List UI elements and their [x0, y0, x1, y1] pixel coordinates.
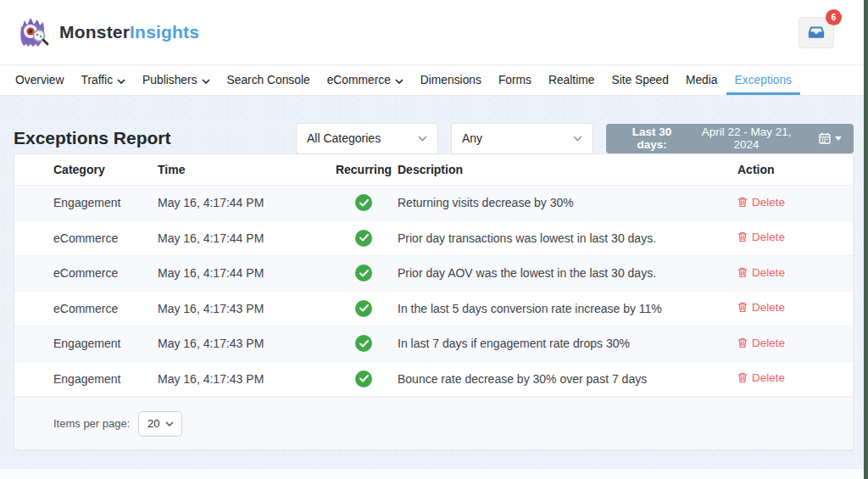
type-filter-select[interactable]: Any	[451, 123, 593, 154]
items-per-page-label: Items per page:	[53, 417, 130, 430]
delete-button-label: Delete	[752, 371, 785, 384]
nav-tab-label: Search Console	[227, 74, 310, 86]
chevron-down-icon	[395, 79, 403, 84]
cell-time: May 16, 4:17:44 PM	[158, 266, 330, 280]
table-row: Engagement May 16, 4:17:43 PM In last 7 …	[14, 326, 853, 362]
title-row: Exceptions Report All Categories Any Las…	[14, 96, 854, 153]
nav-tab-label: Realtime	[548, 74, 594, 86]
recurring-check-icon	[355, 335, 372, 352]
cell-recurring	[330, 300, 398, 317]
column-header-category: Category	[53, 163, 158, 176]
nav-tab-realtime[interactable]: Realtime	[540, 65, 603, 95]
cell-description: In last 7 days if engagement rate drops …	[398, 337, 737, 350]
notification-area: 6	[798, 17, 834, 48]
table-row: Engagement May 16, 4:17:44 PM Returning …	[14, 186, 853, 221]
delete-button-label: Delete	[752, 301, 785, 314]
nav-tab-traffic[interactable]: Traffic	[73, 65, 135, 95]
brand-name-monster: Monster	[59, 22, 130, 42]
bottom-strip	[0, 469, 864, 479]
delete-button[interactable]: Delete	[737, 337, 785, 349]
cell-recurring	[330, 194, 398, 211]
cell-action: Delete	[737, 301, 819, 315]
recurring-check-icon	[355, 230, 372, 247]
recurring-check-icon	[355, 370, 372, 387]
cell-recurring	[330, 335, 398, 352]
chevron-down-icon	[202, 79, 210, 84]
trash-icon	[737, 302, 748, 313]
recurring-check-icon	[355, 194, 372, 211]
trash-icon	[737, 372, 748, 383]
cell-time: May 16, 4:17:43 PM	[158, 302, 330, 315]
type-filter-value: Any	[462, 131, 482, 145]
nav-tab-ecommerce[interactable]: eCommerce	[319, 65, 412, 95]
nav-tab-site-speed[interactable]: Site Speed	[603, 65, 677, 95]
calendar-icon	[819, 132, 831, 144]
nav-tab-label: Traffic	[81, 74, 114, 86]
nav-tab-dimensions[interactable]: Dimensions	[412, 65, 490, 95]
delete-button[interactable]: Delete	[737, 196, 785, 209]
nav-tab-exceptions[interactable]: Exceptions	[726, 65, 801, 95]
nav-tab-forms[interactable]: Forms	[490, 65, 540, 95]
monsterinsights-logo: MonsterInsights	[15, 14, 199, 50]
delete-button[interactable]: Delete	[737, 266, 785, 279]
caret-down-icon	[835, 136, 842, 141]
chevron-down-icon	[418, 136, 427, 142]
cell-action: Delete	[737, 371, 819, 386]
table-header-row: Category Time Recurring Description Acti…	[14, 154, 853, 186]
cell-time: May 16, 4:17:44 PM	[158, 196, 330, 209]
cell-recurring	[330, 370, 398, 387]
delete-button-label: Delete	[752, 266, 785, 279]
table-row: eCommerce May 16, 4:17:44 PM Prior day A…	[14, 256, 853, 292]
date-range-button[interactable]: Last 30 days: April 22 - May 21, 2024	[606, 124, 854, 153]
screenshot-edge-strip	[864, 0, 868, 479]
column-header-time: Time	[158, 163, 330, 176]
cell-category: Engagement	[53, 196, 158, 209]
cell-time: May 16, 4:17:44 PM	[158, 231, 330, 245]
items-per-page-value: 20	[147, 417, 159, 430]
column-header-action: Action	[737, 163, 819, 176]
nav-tab-label: Site Speed	[611, 74, 669, 86]
nav-tab-media[interactable]: Media	[677, 65, 726, 95]
trash-icon	[737, 231, 748, 242]
delete-button-label: Delete	[752, 231, 785, 243]
delete-button[interactable]: Delete	[737, 231, 785, 243]
cell-description: Bounce rate decrease by 30% over past 7 …	[398, 372, 737, 386]
nav-tab-label: Publishers	[142, 74, 197, 86]
cell-recurring	[330, 265, 398, 281]
table-row: Engagement May 16, 4:17:43 PM Bounce rat…	[14, 362, 853, 398]
cell-description: Prior day AOV was the lowest in the last…	[398, 266, 737, 280]
nav-tab-search-console[interactable]: Search Console	[219, 65, 319, 95]
cell-time: May 16, 4:17:43 PM	[158, 372, 330, 386]
app-header: MonsterInsights 6	[0, 0, 868, 64]
nav-tab-label: Overview	[15, 74, 64, 86]
nav-tab-label: eCommerce	[327, 74, 391, 86]
cell-action: Delete	[737, 196, 819, 210]
trash-icon	[737, 267, 748, 278]
column-header-recurring: Recurring	[330, 163, 398, 176]
brand-name-insights: Insights	[130, 22, 199, 42]
date-range-icons	[819, 132, 842, 144]
chevron-down-icon	[165, 421, 174, 426]
table-row: eCommerce May 16, 4:17:44 PM Prior day t…	[14, 221, 853, 257]
nav-tab-label: Exceptions	[735, 74, 793, 86]
brand-name: MonsterInsights	[59, 22, 199, 42]
cell-action: Delete	[737, 266, 819, 281]
inbox-icon	[807, 23, 826, 42]
recurring-check-icon	[355, 300, 372, 317]
category-filter-select[interactable]: All Categories	[296, 123, 438, 154]
table-footer: Items per page: 20	[14, 397, 853, 449]
page-title: Exceptions Report	[14, 128, 171, 148]
nav-tab-overview[interactable]: Overview	[7, 65, 73, 95]
delete-button[interactable]: Delete	[737, 371, 785, 384]
cell-category: eCommerce	[53, 302, 158, 315]
column-header-description: Description	[398, 163, 737, 176]
cell-action: Delete	[737, 231, 819, 245]
nav-tab-publishers[interactable]: Publishers	[134, 65, 218, 95]
delete-button[interactable]: Delete	[737, 301, 785, 314]
cell-category: Engagement	[53, 372, 158, 386]
items-per-page-select[interactable]: 20	[138, 411, 182, 437]
cell-action: Delete	[737, 337, 819, 351]
nav-tab-label: Dimensions	[420, 74, 481, 86]
category-filter-value: All Categories	[307, 131, 381, 145]
filters: All Categories Any Last 30 days: April 2…	[296, 123, 854, 154]
